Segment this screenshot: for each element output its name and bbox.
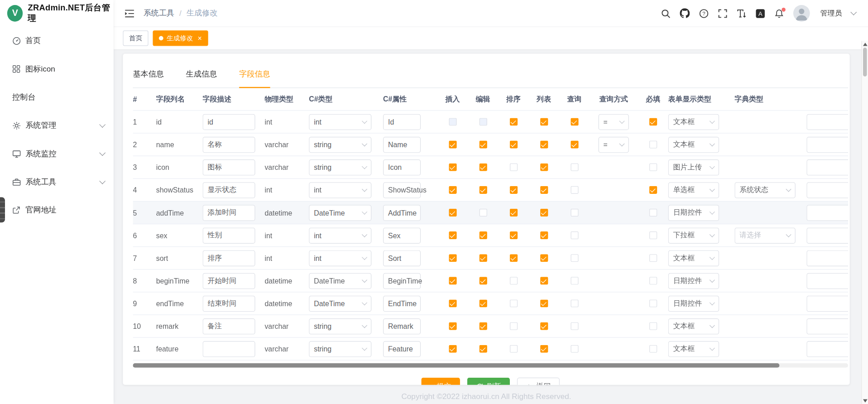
list-checkbox[interactable] — [540, 322, 548, 330]
submit-button[interactable]: 提交 — [421, 378, 460, 385]
edit-checkbox[interactable] — [479, 231, 487, 239]
required-checkbox[interactable] — [649, 118, 657, 125]
display-type-select[interactable]: 单选框 — [668, 182, 719, 198]
edit-checkbox[interactable] — [479, 209, 487, 216]
csharp-attribute-input[interactable]: Icon — [383, 159, 421, 175]
tab-field-info[interactable]: 字段信息 — [239, 66, 270, 88]
edit-checkbox[interactable] — [479, 186, 487, 194]
csharp-type-select[interactable]: DateTime — [309, 273, 371, 289]
csharp-attribute-input[interactable]: Sex — [383, 227, 421, 243]
vertical-scrollbar-thumb[interactable] — [863, 48, 867, 77]
avatar[interactable] — [793, 5, 810, 22]
csharp-attribute-input[interactable]: Id — [383, 114, 421, 130]
sidebar-item-system-manage[interactable]: 系统管理 — [0, 111, 114, 139]
display-type-select[interactable]: 日期控件 — [668, 273, 719, 289]
field-description-input[interactable] — [202, 341, 255, 356]
list-checkbox[interactable] — [540, 254, 548, 262]
query-checkbox[interactable] — [571, 141, 578, 149]
search-icon[interactable] — [661, 9, 671, 18]
query-checkbox[interactable] — [571, 231, 578, 239]
list-checkbox[interactable] — [540, 164, 548, 171]
required-checkbox[interactable] — [649, 254, 657, 262]
list-checkbox[interactable] — [540, 277, 548, 284]
display-type-select[interactable]: 日期控件 — [668, 295, 719, 311]
overflow-input[interactable] — [806, 205, 848, 221]
close-tag-icon[interactable]: × — [197, 34, 201, 42]
field-description-input[interactable]: 名称 — [202, 136, 255, 152]
overflow-input[interactable] — [806, 273, 848, 289]
sidebar-item-system-tools[interactable]: 系统工具 — [0, 168, 114, 196]
edit-checkbox[interactable] — [479, 299, 487, 307]
insert-checkbox[interactable] — [449, 299, 456, 307]
sort-checkbox[interactable] — [509, 186, 517, 194]
list-checkbox[interactable] — [540, 186, 548, 194]
query-checkbox[interactable] — [571, 322, 578, 330]
sort-checkbox[interactable] — [509, 209, 517, 216]
list-checkbox[interactable] — [540, 299, 548, 307]
overflow-input[interactable] — [806, 114, 848, 130]
query-checkbox[interactable] — [571, 164, 578, 171]
insert-checkbox[interactable] — [449, 231, 456, 239]
sidebar-item-system-monitor[interactable]: 系统监控 — [0, 139, 114, 168]
sort-checkbox[interactable] — [509, 118, 517, 125]
list-checkbox[interactable] — [540, 209, 548, 216]
overflow-input[interactable] — [806, 182, 848, 198]
overflow-input[interactable] — [806, 159, 848, 175]
collapse-sidebar-icon[interactable] — [125, 9, 134, 17]
sort-checkbox[interactable] — [509, 254, 517, 262]
edit-checkbox[interactable] — [479, 277, 487, 284]
display-type-select[interactable]: 文本框 — [668, 318, 719, 334]
sort-checkbox[interactable] — [509, 322, 517, 330]
query-checkbox[interactable] — [571, 277, 578, 284]
required-checkbox[interactable] — [649, 231, 657, 239]
overflow-input[interactable] — [806, 295, 848, 311]
required-checkbox[interactable] — [649, 322, 657, 330]
csharp-type-select[interactable]: int — [309, 227, 371, 243]
fullscreen-icon[interactable] — [718, 9, 728, 18]
list-checkbox[interactable] — [540, 141, 548, 149]
edit-checkbox[interactable] — [479, 164, 487, 171]
overflow-input[interactable] — [806, 227, 848, 243]
insert-checkbox[interactable] — [449, 164, 456, 171]
field-description-input[interactable]: 添加时间 — [202, 205, 255, 221]
csharp-attribute-input[interactable]: AddTime — [383, 205, 421, 221]
required-checkbox[interactable] — [649, 299, 657, 307]
csharp-type-select[interactable]: int — [309, 250, 371, 266]
insert-checkbox[interactable] — [449, 141, 456, 149]
display-type-select[interactable]: 文本框 — [668, 114, 719, 130]
tag-home[interactable]: 首页 — [123, 30, 148, 46]
csharp-attribute-input[interactable]: Sort — [383, 250, 421, 266]
overflow-input[interactable] — [806, 318, 848, 334]
edit-checkbox[interactable] — [479, 141, 487, 149]
display-type-select[interactable]: 文本框 — [668, 136, 719, 152]
sort-checkbox[interactable] — [509, 164, 517, 171]
sort-checkbox[interactable] — [509, 345, 517, 353]
field-description-input[interactable]: 备注 — [202, 318, 255, 334]
csharp-type-select[interactable]: string — [309, 341, 371, 356]
insert-checkbox[interactable] — [449, 322, 456, 330]
query-checkbox[interactable] — [571, 118, 578, 125]
dict-type-select[interactable]: 请选择 — [734, 227, 795, 243]
tab-basic-info[interactable]: 基本信息 — [133, 66, 163, 87]
list-checkbox[interactable] — [540, 345, 548, 353]
query-method-select[interactable]: = — [599, 136, 629, 152]
required-checkbox[interactable] — [649, 164, 657, 171]
field-description-input[interactable]: 开始时间 — [202, 273, 255, 289]
app-logo[interactable]: V ZRAdmin.NET后台管理 — [0, 0, 114, 27]
display-type-select[interactable]: 文本框 — [668, 341, 719, 356]
insert-checkbox[interactable] — [449, 277, 456, 284]
csharp-attribute-input[interactable]: Feature — [383, 341, 421, 356]
layout-size-icon[interactable]: A — [756, 9, 765, 18]
query-checkbox[interactable] — [571, 345, 578, 353]
sort-checkbox[interactable] — [509, 299, 517, 307]
insert-checkbox[interactable] — [449, 254, 456, 262]
csharp-type-select[interactable]: string — [309, 318, 371, 334]
sidebar-item-home[interactable]: 首页 — [0, 27, 114, 55]
csharp-attribute-input[interactable]: Remark — [383, 318, 421, 334]
scroll-up-arrow[interactable] — [863, 43, 867, 46]
csharp-type-select[interactable]: string — [309, 136, 371, 152]
required-checkbox[interactable] — [649, 186, 657, 194]
user-name[interactable]: 管理员 — [820, 8, 842, 18]
csharp-type-select[interactable]: int — [309, 182, 371, 198]
display-type-select[interactable]: 文本框 — [668, 250, 719, 266]
